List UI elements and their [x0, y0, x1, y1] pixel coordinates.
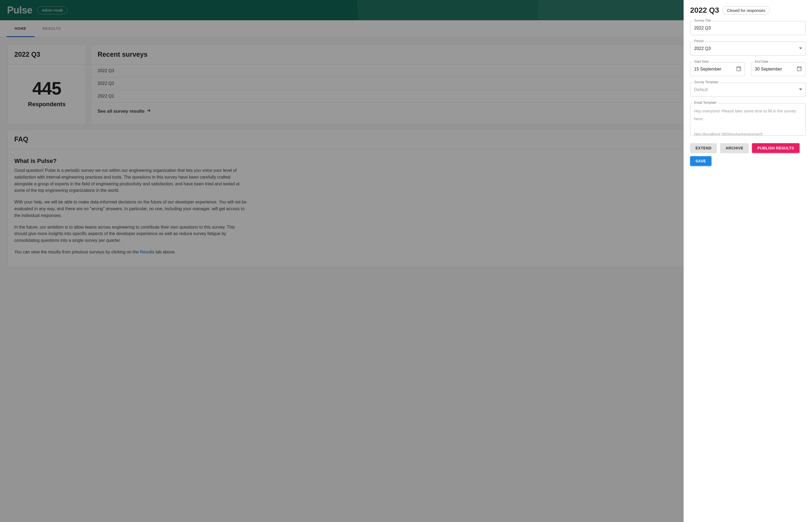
- period-select[interactable]: [690, 42, 806, 56]
- extend-button[interactable]: EXTEND: [690, 143, 717, 153]
- end-date-label: End Date: [754, 60, 770, 63]
- survey-template-label: Survey Template: [693, 80, 719, 84]
- survey-template-select[interactable]: [690, 83, 806, 97]
- survey-title-label: Survey Title: [693, 19, 713, 22]
- end-date-input[interactable]: [751, 62, 806, 76]
- email-template-label: Email Template: [693, 101, 718, 104]
- panel-title: 2022 Q3: [690, 6, 719, 15]
- survey-edit-panel: 2022 Q3 Closed for responses Survey Titl…: [684, 0, 812, 522]
- period-label: Period: [693, 39, 705, 43]
- start-date-label: Start Date: [693, 60, 710, 63]
- survey-title-input[interactable]: [690, 21, 806, 35]
- status-badge: Closed for responses: [722, 6, 770, 15]
- start-date-input[interactable]: [690, 62, 745, 76]
- publish-results-button[interactable]: PUBLISH RESULTS: [752, 143, 799, 153]
- archive-button[interactable]: ARCHIVE: [720, 143, 749, 153]
- email-template-textarea[interactable]: Hey everyone! Please take some time to f…: [690, 103, 806, 136]
- save-button[interactable]: SAVE: [690, 156, 711, 166]
